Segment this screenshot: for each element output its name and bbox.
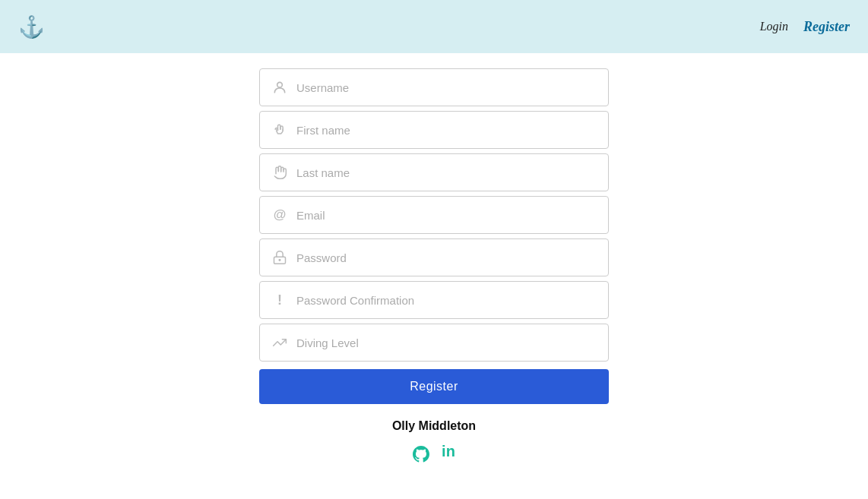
hand-point-icon [269,119,290,141]
github-link[interactable] [413,444,429,463]
header-nav: Login Register [760,19,850,35]
main-content: @ ! [0,53,868,463]
lock-icon [269,247,290,268]
svg-point-0 [277,82,283,87]
lastname-input[interactable] [296,166,599,179]
email-input[interactable] [296,209,599,222]
lastname-field-wrapper [259,153,609,191]
firstname-field-wrapper [259,111,609,149]
username-input[interactable] [296,81,599,94]
firstname-input[interactable] [296,124,599,137]
author-name: Olly Middleton [259,419,609,433]
email-field-wrapper: @ [259,196,609,234]
hand-stop-icon [269,162,290,183]
register-link[interactable]: Register [803,19,850,35]
diving-level-input[interactable] [296,336,599,349]
exclamation-icon: ! [269,289,290,311]
password-field-wrapper [259,238,609,276]
password-input[interactable] [296,251,599,264]
username-field-wrapper [259,68,609,106]
login-link[interactable]: Login [760,20,788,33]
password-confirmation-field-wrapper: ! [259,281,609,319]
password-confirmation-input[interactable] [296,294,599,307]
linkedin-link[interactable]: in [442,444,455,463]
app-header: ⚓ Login Register [0,0,868,53]
user-icon [269,77,290,98]
logo: ⚓ [18,14,45,39]
chart-icon [269,332,290,353]
at-icon: @ [269,204,290,226]
register-form: @ ! [259,68,609,463]
social-links: in [259,444,609,463]
diving-level-field-wrapper [259,324,609,362]
svg-point-2 [279,260,280,261]
anchor-icon: ⚓ [18,14,45,39]
register-button[interactable]: Register [259,369,609,404]
